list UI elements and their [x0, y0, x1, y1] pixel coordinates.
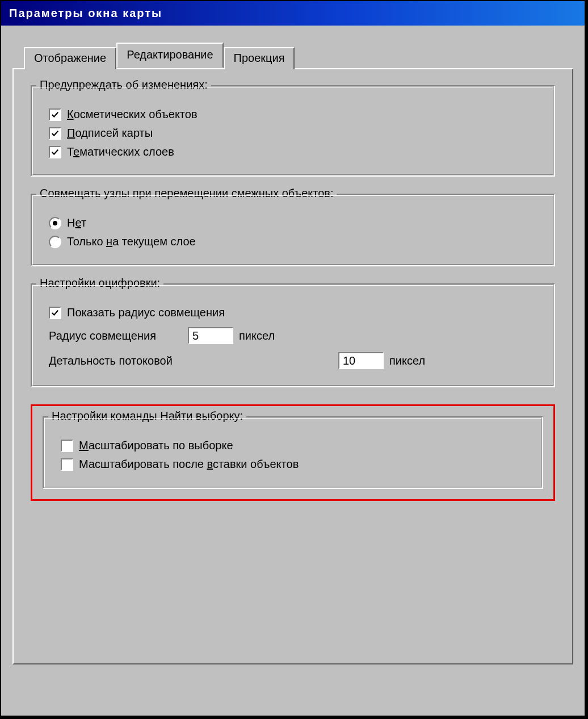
check-thematic-box [49, 146, 61, 158]
check-cosmetic-box [49, 108, 61, 121]
highlight-box: Настройки команды Найти выборку: Масштаб… [31, 404, 555, 501]
tab-projection-label: Проекция [234, 52, 285, 64]
check-cosmetic-label: Косметических объектов [67, 108, 198, 121]
check-zoom-selection-box [61, 440, 73, 452]
check-show-radius-label: Показать радиус совмещения [67, 306, 225, 319]
check-icon [51, 111, 59, 119]
check-labels-box [49, 127, 61, 140]
check-zoom-paste-box [61, 458, 73, 471]
check-show-radius[interactable]: Показать радиус совмещения [49, 306, 225, 319]
check-zoom-selection-label: Масштабировать по выборке [79, 439, 233, 452]
check-labels-label: Подписей карты [67, 127, 153, 140]
check-icon [51, 148, 59, 156]
check-zoom-paste-label: Масштабировать после вставки объектов [79, 458, 299, 471]
check-thematic-label: Тематических слоев [67, 145, 174, 158]
group-snap-legend: Совмещать узлы при перемещении смежных о… [36, 187, 337, 200]
radio-current-layer-label: Только на текущем слое [67, 235, 196, 248]
group-warn-legend: Предупреждать об изменениях: [36, 78, 211, 91]
radio-no-box [49, 217, 61, 229]
check-icon [51, 309, 59, 317]
group-snap: Совмещать узлы при перемещении смежных о… [31, 194, 555, 266]
radius-unit: пиксел [239, 329, 275, 342]
window-title: Параметры окна карты [9, 7, 162, 19]
dialog-window: Параметры окна карты Отображение Редакти… [0, 0, 586, 717]
group-digitize: Настройки оцифровки: Показать радиус сов… [31, 283, 555, 387]
group-warn: Предупреждать об изменениях: Косметическ… [31, 85, 555, 177]
check-cosmetic[interactable]: Косметических объектов [49, 108, 198, 121]
titlebar: Параметры окна карты [1, 1, 585, 26]
check-icon [51, 129, 59, 137]
radius-label: Радиус совмещения [49, 329, 182, 342]
detail-input[interactable] [338, 352, 384, 369]
radio-no-label: Нет [67, 216, 86, 229]
tab-panel-editing: Предупреждать об изменениях: Косметическ… [12, 68, 573, 664]
tab-display-label: Отображение [34, 52, 106, 64]
tab-display[interactable]: Отображение [24, 47, 116, 69]
client-area: Отображение Редактирование Проекция Пред… [1, 26, 585, 676]
check-zoom-selection[interactable]: Масштабировать по выборке [61, 439, 233, 452]
check-thematic[interactable]: Тематических слоев [49, 145, 174, 158]
detail-unit: пиксел [389, 354, 425, 367]
check-zoom-paste[interactable]: Масштабировать после вставки объектов [61, 458, 299, 471]
group-find-legend: Настройки команды Найти выборку: [48, 409, 246, 423]
detail-label: Детальность потоковой [49, 354, 333, 367]
radio-current-layer-box [49, 236, 61, 248]
group-digitize-legend: Настройки оцифровки: [36, 277, 163, 290]
radio-dot-icon [53, 221, 57, 225]
check-show-radius-box [49, 307, 61, 319]
check-labels[interactable]: Подписей карты [49, 127, 153, 140]
tab-projection[interactable]: Проекция [224, 47, 295, 69]
group-find-selection: Настройки команды Найти выборку: Масштаб… [43, 416, 543, 489]
tab-strip: Отображение Редактирование Проекция [24, 43, 573, 68]
tab-editing[interactable]: Редактирование [116, 43, 223, 68]
radio-no[interactable]: Нет [49, 216, 86, 229]
radio-current-layer[interactable]: Только на текущем слое [49, 235, 196, 248]
tab-editing-label: Редактирование [127, 48, 213, 61]
radius-input[interactable] [188, 327, 233, 344]
